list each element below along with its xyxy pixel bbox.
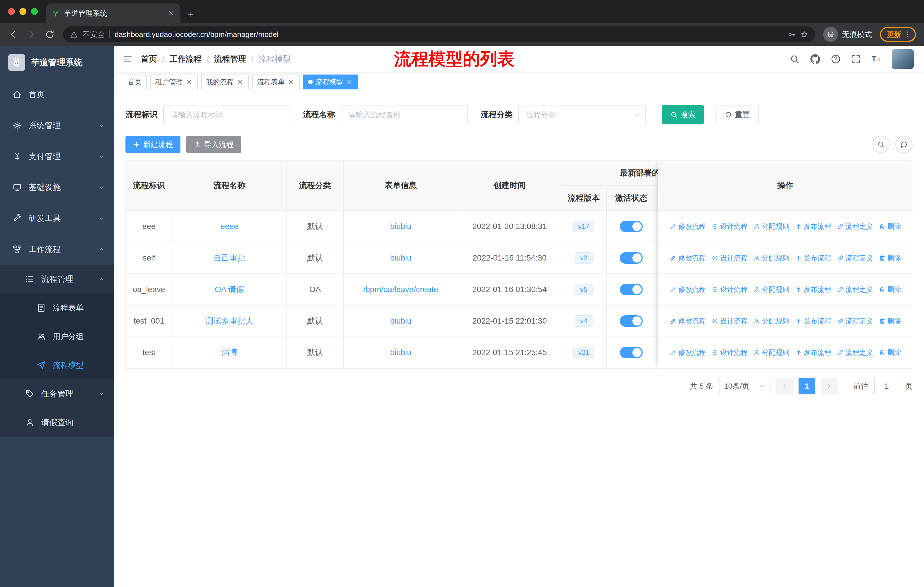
action-assign-rule[interactable]: 分配规则 <box>753 285 789 294</box>
close-window-button[interactable] <box>8 8 15 15</box>
action-process-definition[interactable]: 流程定义 <box>837 348 873 357</box>
zoom-window-button[interactable] <box>31 8 38 15</box>
action-design-process[interactable]: 设计流程 <box>711 316 747 326</box>
minimize-window-button[interactable] <box>20 8 26 15</box>
search-button[interactable]: 搜索 <box>662 105 704 124</box>
create-process-button[interactable]: 新建流程 <box>125 136 180 153</box>
browser-update-button[interactable]: 更新 <box>880 27 916 42</box>
form-link[interactable]: biubiu <box>390 222 412 231</box>
process-category-select[interactable] <box>518 105 645 124</box>
action-design-process[interactable]: 设计流程 <box>711 253 747 263</box>
sidebar-item-devtools[interactable]: 研发工具 <box>0 203 114 234</box>
sidebar-item-home[interactable]: 首页 <box>0 79 114 110</box>
font-size-icon[interactable] <box>871 53 882 65</box>
form-link[interactable]: biubiu <box>390 348 412 357</box>
action-delete[interactable]: 删除 <box>879 222 901 231</box>
browser-menu-dots-icon[interactable] <box>903 30 911 38</box>
tab-close-icon[interactable] <box>168 10 175 17</box>
action-edit-process[interactable]: 修改流程 <box>670 348 706 357</box>
action-assign-rule[interactable]: 分配规则 <box>753 316 789 326</box>
form-link[interactable]: /bpm/oa/leave/create <box>363 285 438 294</box>
current-page-button[interactable]: 1 <box>799 378 815 394</box>
action-assign-rule[interactable]: 分配规则 <box>753 253 789 263</box>
process-name-link[interactable]: eeee <box>221 222 238 231</box>
password-key-icon[interactable] <box>788 30 796 38</box>
process-name-input[interactable] <box>341 105 468 124</box>
sidebar-item-user-group[interactable]: 用户分组 <box>0 322 114 351</box>
form-link[interactable]: biubiu <box>390 253 412 263</box>
search-icon[interactable] <box>789 54 800 64</box>
active-toggle[interactable] <box>620 252 643 264</box>
action-publish-process[interactable]: 发布流程 <box>795 348 831 357</box>
version-badge[interactable]: v17 <box>573 221 595 232</box>
version-badge[interactable]: v21 <box>573 347 595 358</box>
reset-button[interactable]: 重置 <box>716 105 759 124</box>
goto-page-input[interactable] <box>874 378 899 394</box>
process-name-link[interactable]: OA 请假 <box>215 284 244 295</box>
action-process-definition[interactable]: 流程定义 <box>837 222 873 231</box>
import-process-button[interactable]: 导入流程 <box>186 136 241 153</box>
sidebar-item-task-mgmt[interactable]: 任务管理 <box>0 379 114 408</box>
process-key-input[interactable] <box>163 105 290 124</box>
sidebar-item-leave-query[interactable]: 请假查询 <box>0 408 114 437</box>
forward-button[interactable] <box>26 29 37 40</box>
sidebar-item-process-form[interactable]: 流程表单 <box>0 293 114 322</box>
process-name-link[interactable]: 滔博 <box>221 347 238 358</box>
address-bar[interactable]: 不安全 dashboard.yudao.iocoder.cn/bpm/manag… <box>63 26 815 42</box>
close-icon[interactable] <box>237 79 243 85</box>
action-delete[interactable]: 删除 <box>879 285 901 294</box>
action-process-definition[interactable]: 流程定义 <box>837 285 873 294</box>
sidebar-item-process-model[interactable]: 流程模型 <box>0 351 114 379</box>
action-design-process[interactable]: 设计流程 <box>711 348 747 357</box>
page-size-select[interactable]: 10条/页 <box>719 378 771 394</box>
fullscreen-icon[interactable] <box>851 54 861 64</box>
action-assign-rule[interactable]: 分配规则 <box>753 348 789 357</box>
action-edit-process[interactable]: 修改流程 <box>670 285 706 294</box>
action-design-process[interactable]: 设计流程 <box>711 285 747 294</box>
version-badge[interactable]: v5 <box>575 284 592 295</box>
sidebar-item-infrastructure[interactable]: 基础设施 <box>0 172 114 203</box>
action-delete[interactable]: 删除 <box>879 348 901 357</box>
prev-page-button[interactable] <box>776 378 793 394</box>
sidebar-item-system[interactable]: 系统管理 <box>0 110 114 141</box>
action-publish-process[interactable]: 发布流程 <box>795 285 831 294</box>
version-badge[interactable]: v2 <box>575 252 592 264</box>
active-toggle[interactable] <box>620 221 643 232</box>
active-toggle[interactable] <box>620 315 643 327</box>
action-edit-process[interactable]: 修改流程 <box>670 253 706 263</box>
sidebar-item-process-mgmt[interactable]: 流程管理 <box>0 265 114 293</box>
tag-my-process[interactable]: 我的流程 <box>201 74 249 89</box>
reload-button[interactable] <box>45 29 55 40</box>
version-badge[interactable]: v4 <box>575 315 592 327</box>
breadcrumb-process-mgmt[interactable]: 流程管理 <box>214 54 246 64</box>
action-process-definition[interactable]: 流程定义 <box>837 253 873 263</box>
show-search-toggle-button[interactable] <box>873 136 889 153</box>
close-icon[interactable] <box>186 79 193 85</box>
sidebar-item-payment[interactable]: 支付管理 <box>0 141 114 172</box>
help-question-icon[interactable] <box>831 54 841 64</box>
tag-tenant[interactable]: 租户管理 <box>150 74 198 89</box>
browser-tab[interactable]: 芋道管理系统 <box>46 3 180 23</box>
process-name-link[interactable]: 自己审批 <box>213 253 246 263</box>
new-tab-button[interactable] <box>186 10 194 18</box>
sidebar-fold-icon[interactable] <box>122 54 133 64</box>
action-assign-rule[interactable]: 分配规则 <box>753 222 789 231</box>
close-icon[interactable] <box>287 79 294 85</box>
github-icon[interactable] <box>809 53 821 65</box>
action-edit-process[interactable]: 修改流程 <box>670 222 706 231</box>
action-edit-process[interactable]: 修改流程 <box>670 316 706 326</box>
refresh-table-button[interactable] <box>895 136 912 153</box>
form-link[interactable]: biubiu <box>390 316 412 326</box>
user-avatar[interactable] <box>892 49 914 69</box>
tag-home[interactable]: 首页 <box>122 74 147 89</box>
active-toggle[interactable] <box>620 347 643 358</box>
next-page-button[interactable] <box>821 378 838 394</box>
close-icon[interactable] <box>346 79 353 85</box>
action-delete[interactable]: 删除 <box>879 316 901 326</box>
breadcrumb-home[interactable]: 首页 <box>141 54 157 64</box>
sidebar-item-workflow[interactable]: 工作流程 <box>0 234 114 265</box>
bookmark-star-icon[interactable] <box>800 30 808 38</box>
active-toggle[interactable] <box>620 284 643 295</box>
back-button[interactable] <box>8 29 18 40</box>
action-publish-process[interactable]: 发布流程 <box>795 253 831 263</box>
